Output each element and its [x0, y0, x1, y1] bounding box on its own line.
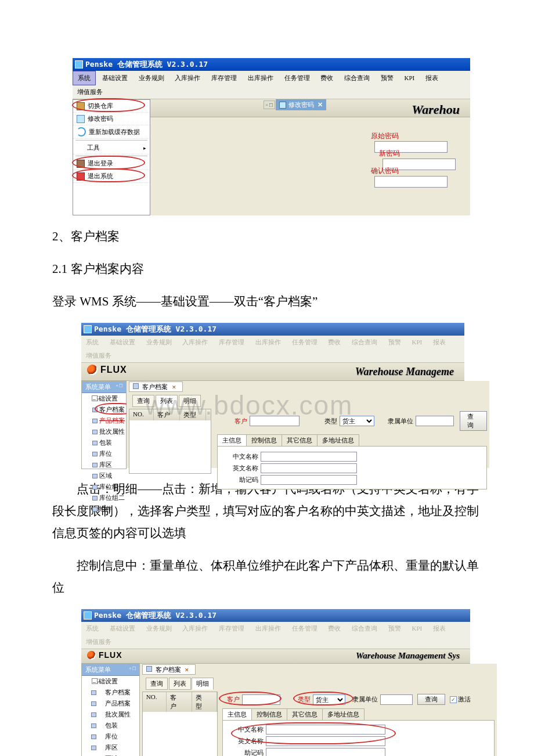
- menu-item[interactable]: 任务管理: [287, 622, 322, 635]
- tab-change-password[interactable]: 修改密码 ✕: [276, 99, 326, 110]
- subtab-query[interactable]: 查询: [146, 678, 168, 690]
- tree-item[interactable]: 库区: [82, 742, 139, 753]
- menu-item[interactable]: 库存管理: [214, 622, 249, 635]
- menu-item[interactable]: KPI: [407, 336, 427, 348]
- query-button[interactable]: 查询: [460, 411, 487, 431]
- result-grid[interactable]: NO. 客户 类型: [142, 692, 218, 756]
- code-input[interactable]: [261, 475, 357, 485]
- menu-item[interactable]: 业务规则: [142, 336, 176, 349]
- menu-item[interactable]: KPI: [407, 622, 427, 634]
- close-icon[interactable]: ✕: [317, 101, 323, 109]
- tree-item[interactable]: 包装: [82, 437, 126, 448]
- code-input[interactable]: [266, 748, 385, 756]
- cn-name-input[interactable]: [266, 725, 385, 735]
- subtab-list[interactable]: 列表: [169, 678, 191, 690]
- infotab-main[interactable]: 主信息: [217, 434, 247, 446]
- collapse-icon[interactable]: −: [92, 678, 98, 684]
- tree-item[interactable]: 区域: [82, 470, 126, 481]
- infotab-multiaddr[interactable]: 多地址信息: [317, 434, 359, 446]
- infotab-main[interactable]: 主信息: [222, 708, 252, 720]
- menu-item[interactable]: 库存管理: [207, 71, 241, 85]
- mi-switch-warehouse[interactable]: 切换仓库: [73, 100, 150, 113]
- unit-input[interactable]: [416, 416, 454, 426]
- menu-system[interactable]: 系统: [73, 71, 96, 85]
- query-button[interactable]: 查询: [417, 694, 445, 705]
- menu-item[interactable]: 出库操作: [251, 622, 286, 635]
- menu-item[interactable]: 增值服务: [81, 349, 116, 362]
- menu-item[interactable]: 出库操作: [243, 71, 278, 85]
- tree-item[interactable]: 区域: [82, 753, 139, 756]
- menu-item[interactable]: 出库操作: [251, 336, 286, 349]
- menu-item[interactable]: 综合查询: [347, 622, 382, 635]
- menu-item[interactable]: 入库操作: [178, 622, 212, 635]
- unit-input[interactable]: [380, 694, 413, 705]
- menu-item[interactable]: 业务规则: [134, 71, 169, 85]
- menu-item[interactable]: 基础设置: [98, 71, 132, 85]
- menu-item[interactable]: 费收: [323, 336, 345, 349]
- confirm-password-input[interactable]: [374, 176, 448, 188]
- infotab-control[interactable]: 控制信息: [251, 708, 287, 720]
- menu-item[interactable]: 基础设置: [105, 622, 140, 635]
- active-checkbox[interactable]: ✓激活: [450, 695, 471, 704]
- menu-item[interactable]: KPI: [400, 72, 420, 84]
- menu-item[interactable]: 预警: [384, 622, 406, 635]
- tree-item[interactable]: 批次属性: [82, 426, 126, 437]
- menu-item[interactable]: 库存管理: [214, 336, 249, 349]
- infotab-other[interactable]: 其它信息: [282, 434, 317, 446]
- tree-item[interactable]: 产品档案: [82, 698, 139, 709]
- infotab-control[interactable]: 控制信息: [246, 434, 282, 446]
- cn-name-input[interactable]: [261, 452, 357, 462]
- mi-tools[interactable]: 工具 ▸: [73, 142, 150, 154]
- en-name-input[interactable]: [261, 463, 357, 473]
- en-name-input[interactable]: [266, 736, 385, 746]
- tree-root[interactable]: − 基础设置: [82, 676, 139, 687]
- tree-item[interactable]: 库位组一: [82, 481, 126, 492]
- tree-item[interactable]: 客户档案: [82, 404, 126, 415]
- menu-item[interactable]: 报表: [428, 622, 450, 635]
- menu-item[interactable]: 综合查询: [347, 336, 382, 349]
- infotab-other[interactable]: 其它信息: [287, 708, 323, 720]
- menu-item[interactable]: 报表: [421, 71, 443, 85]
- tree-item[interactable]: 产品档案: [82, 415, 126, 426]
- tree-root[interactable]: − 基础设置: [82, 393, 126, 404]
- menu-item[interactable]: 增值服务: [73, 85, 107, 99]
- menu-item[interactable]: 业务规则: [142, 622, 176, 635]
- tree-item[interactable]: 包装: [82, 720, 139, 731]
- mi-exit[interactable]: 退出系统: [73, 170, 150, 183]
- customer-input[interactable]: [242, 694, 280, 705]
- mi-change-password[interactable]: 修改密码: [73, 113, 150, 125]
- panel-minmax-icon[interactable]: ▫ □: [129, 665, 136, 671]
- screenshot-customer-profile-list: Penske 仓储管理系统 V2.3.0.17 系统 基础设置 业务规则 入库操…: [81, 323, 464, 468]
- tree-item[interactable]: 库区: [82, 459, 126, 470]
- menu-item[interactable]: 入库操作: [170, 71, 205, 85]
- menu-item[interactable]: 基础设置: [105, 336, 140, 349]
- menu-item[interactable]: 费收: [316, 71, 338, 85]
- mi-reload-cache[interactable]: 重新加载缓存数据: [73, 125, 150, 139]
- tree-item[interactable]: 库位: [82, 448, 126, 459]
- panel-minmax-icon[interactable]: ▫ □: [264, 100, 275, 109]
- close-icon[interactable]: ✕: [185, 667, 189, 673]
- tree-item[interactable]: 库位组二: [82, 492, 126, 503]
- menu-item[interactable]: 报表: [428, 336, 450, 349]
- menu-item[interactable]: 费收: [323, 622, 345, 635]
- subtab-detail[interactable]: 明细: [192, 678, 214, 690]
- mi-logout[interactable]: 退出登录: [73, 157, 150, 170]
- menu-item[interactable]: 任务管理: [287, 336, 322, 349]
- menu-item[interactable]: 系统: [81, 622, 103, 635]
- panel-minmax-icon[interactable]: ▫ □: [116, 383, 122, 388]
- tree-item[interactable]: 批次属性: [82, 709, 139, 720]
- tree-item[interactable]: 库位: [82, 731, 139, 742]
- menu-item[interactable]: 预警: [376, 71, 398, 85]
- menu-item[interactable]: 综合查询: [340, 71, 374, 85]
- menu-item[interactable]: 入库操作: [178, 336, 212, 349]
- menu-item[interactable]: 增值服务: [81, 635, 116, 649]
- collapse-icon[interactable]: −: [92, 395, 98, 401]
- infotab-multiaddr[interactable]: 多地址信息: [322, 708, 365, 720]
- tree-item[interactable]: 组件: [82, 503, 126, 514]
- tree-item[interactable]: 客户档案: [82, 687, 139, 698]
- menu-item[interactable]: 系统: [81, 336, 103, 349]
- tab-customer-profile[interactable]: 客户档案 ✕: [142, 664, 196, 675]
- menu-item[interactable]: 预警: [384, 336, 406, 349]
- menu-item[interactable]: 任务管理: [280, 71, 315, 85]
- type-select[interactable]: 货主: [313, 694, 345, 705]
